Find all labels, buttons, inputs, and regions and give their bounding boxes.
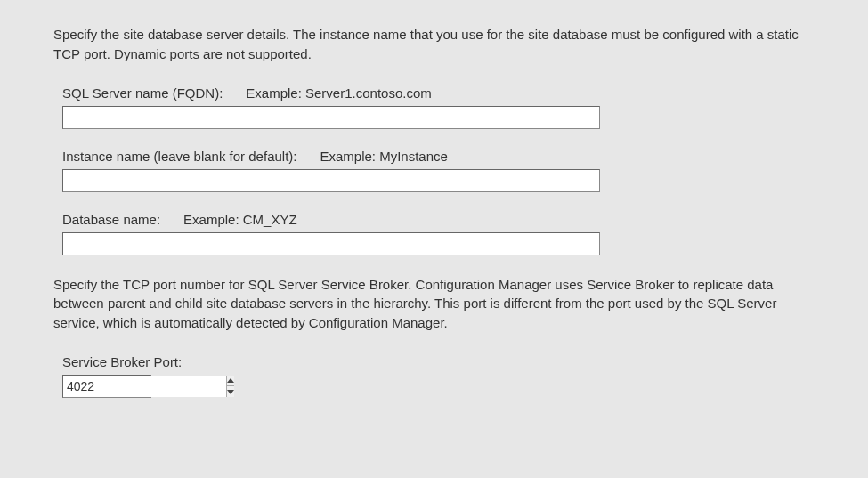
database-name-example: Example: CM_XYZ — [183, 212, 297, 227]
sql-server-input[interactable] — [62, 106, 600, 129]
instance-name-field-block: Instance name (leave blank for default):… — [62, 149, 815, 192]
instance-name-label: Instance name (leave blank for default): — [62, 149, 296, 164]
sql-server-example: Example: Server1.contoso.com — [246, 85, 431, 101]
database-name-label: Database name: — [62, 212, 160, 227]
database-name-input[interactable] — [62, 232, 600, 255]
service-broker-block: Service Broker Port: — [62, 354, 815, 398]
database-name-field-block: Database name: Example: CM_XYZ — [62, 212, 815, 255]
service-broker-label: Service Broker Port: — [62, 354, 815, 369]
spinner-down-button[interactable] — [227, 386, 234, 397]
spinner-up-button[interactable] — [227, 376, 234, 387]
sql-server-field-block: SQL Server name (FQDN): Example: Server1… — [62, 85, 815, 129]
instance-name-input[interactable] — [62, 169, 600, 192]
spinner-buttons — [226, 376, 234, 397]
service-broker-spinner — [62, 375, 151, 398]
chevron-up-icon — [227, 378, 234, 383]
service-broker-description: Specify the TCP port number for SQL Serv… — [53, 275, 815, 333]
sql-server-label: SQL Server name (FQDN): — [62, 85, 223, 101]
chevron-down-icon — [227, 390, 234, 394]
instance-name-example: Example: MyInstance — [320, 149, 447, 164]
service-broker-input[interactable] — [63, 376, 226, 397]
site-db-description: Specify the site database server details… — [53, 25, 815, 64]
